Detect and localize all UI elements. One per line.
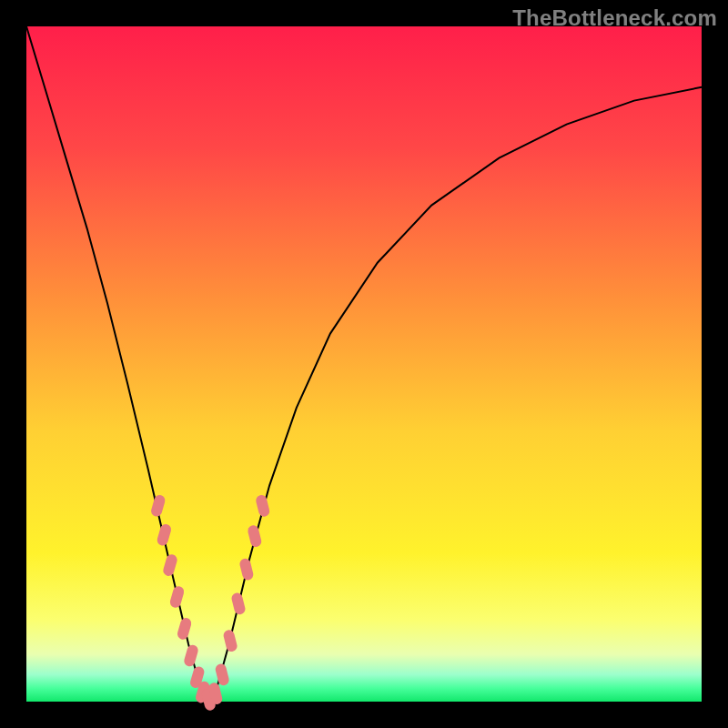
bead-marker xyxy=(168,585,185,609)
watermark-text: TheBottleneck.com xyxy=(512,5,717,31)
bead-marker xyxy=(255,494,270,518)
bead-marker xyxy=(222,629,238,652)
chart-svg xyxy=(26,26,702,702)
bead-marker xyxy=(150,494,167,518)
bead-marker xyxy=(156,523,172,547)
bead-marker xyxy=(177,617,193,641)
bead-marker xyxy=(238,558,254,581)
bead-marker xyxy=(162,553,178,577)
bead-marker xyxy=(214,662,229,686)
bead-cluster xyxy=(150,494,271,712)
bead-marker xyxy=(183,643,199,667)
bead-marker xyxy=(230,592,246,615)
outer-frame: TheBottleneck.com xyxy=(0,0,728,728)
bottleneck-curve xyxy=(26,26,702,702)
bead-marker xyxy=(247,524,262,548)
